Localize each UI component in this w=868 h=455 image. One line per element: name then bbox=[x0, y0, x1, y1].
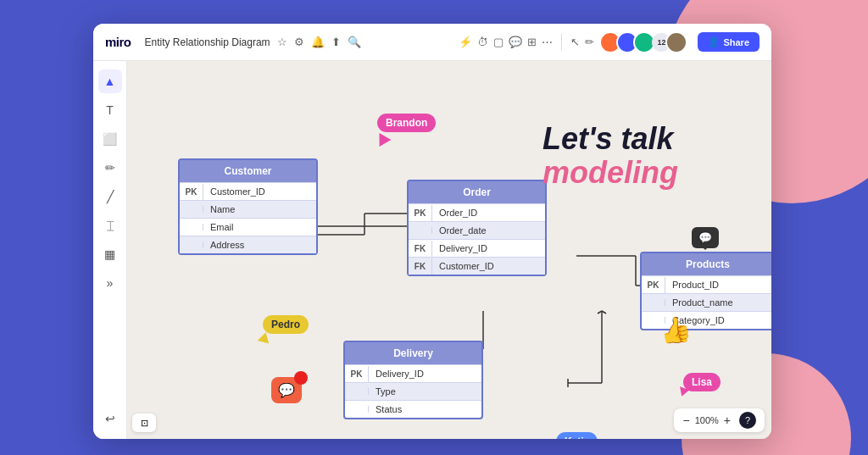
share-icon: 👤 bbox=[708, 36, 720, 47]
customer-table-header: Customer bbox=[180, 160, 316, 182]
user-avatar bbox=[665, 31, 687, 53]
delivery-field-1: Delivery_ID bbox=[369, 365, 431, 382]
canvas: Customer PK Customer_ID Name Email Addre… bbox=[127, 61, 771, 439]
minimap-button[interactable]: ⊡ bbox=[132, 413, 156, 432]
upload-icon[interactable]: ⬆ bbox=[331, 36, 341, 48]
customer-row-2: Name bbox=[180, 200, 316, 218]
delivery-table: Delivery PK Delivery_ID Type Status bbox=[343, 341, 483, 419]
undo-tool[interactable]: ↩ bbox=[98, 407, 122, 430]
bell-icon[interactable]: 🔔 bbox=[311, 36, 325, 48]
diagram-title: Entity Relationship Diagram bbox=[145, 36, 270, 48]
pen-tool[interactable]: ✏ bbox=[98, 156, 122, 180]
heading-line2: modeling bbox=[542, 156, 678, 190]
toolbar: miro Entity Relationship Diagram ☆ ⚙ 🔔 ⬆… bbox=[93, 24, 771, 61]
chat-bubble: 💬 bbox=[271, 377, 302, 403]
toolbar-right: ⚡ ⏱ ▢ 💬 ⊞ ⋯ ↖ ✏ 12 👤 Share bbox=[459, 31, 760, 53]
apps-icon[interactable]: ⊞ bbox=[527, 36, 537, 48]
pedro-label: Pedro bbox=[263, 315, 309, 334]
pedro-arrow bbox=[258, 330, 272, 343]
delivery-field-2: Type bbox=[369, 383, 403, 400]
products-comment-bubble: 💬 bbox=[692, 227, 719, 248]
avatar-group: 12 bbox=[599, 31, 687, 53]
brandon-label: Brandon bbox=[377, 114, 436, 132]
products-pk-1: PK bbox=[642, 277, 665, 293]
customer-pk-1: PK bbox=[180, 184, 203, 200]
katja-label: Katja bbox=[556, 432, 598, 439]
lightning-icon[interactable]: ⚡ bbox=[459, 36, 472, 48]
frame-tool[interactable]: ⌶ bbox=[98, 214, 122, 237]
select-tool[interactable]: ▲ bbox=[98, 69, 122, 93]
zoom-bar: − 100% + ? bbox=[674, 408, 765, 432]
help-button[interactable]: ? bbox=[739, 412, 756, 429]
notification-badge bbox=[294, 371, 308, 385]
customer-pk-2 bbox=[180, 206, 203, 213]
customer-table: Customer PK Customer_ID Name Email Addre… bbox=[178, 158, 318, 255]
order-field-4: Customer_ID bbox=[432, 258, 501, 275]
customer-row-4: Address bbox=[180, 236, 316, 253]
delivery-field-3: Status bbox=[369, 401, 409, 418]
products-row-1: PK Product_ID bbox=[642, 275, 771, 293]
delivery-row-3: Status bbox=[345, 400, 481, 418]
delivery-row-2: Type bbox=[345, 382, 481, 400]
frame-icon[interactable]: ▢ bbox=[493, 36, 504, 48]
timer-icon[interactable]: ⏱ bbox=[477, 36, 488, 48]
delivery-pk-2 bbox=[345, 388, 369, 395]
delivery-pk-1: PK bbox=[345, 366, 369, 382]
share-label: Share bbox=[723, 37, 749, 47]
share-button[interactable]: 👤 Share bbox=[698, 32, 760, 52]
star-icon[interactable]: ☆ bbox=[277, 36, 287, 48]
products-table-header: Products bbox=[642, 253, 771, 275]
order-fk-1: FK bbox=[409, 241, 432, 257]
heading-line1: Let's talk bbox=[542, 122, 678, 156]
pen-tool-icon[interactable]: ✏ bbox=[585, 36, 594, 48]
line-tool[interactable]: ╱ bbox=[98, 185, 122, 208]
table-tool[interactable]: ▦ bbox=[98, 242, 122, 266]
order-row-4: FK Customer_ID bbox=[409, 257, 545, 275]
left-sidebar: ▲ T ⬜ ✏ ╱ ⌶ ▦ » ↩ bbox=[93, 61, 127, 439]
svg-line-17 bbox=[598, 311, 602, 314]
miro-logo: miro bbox=[105, 35, 131, 49]
order-fk-2: FK bbox=[409, 258, 432, 275]
shape-tool[interactable]: ⬜ bbox=[98, 127, 122, 151]
products-row-2: Product_name bbox=[642, 293, 771, 311]
more-tools[interactable]: » bbox=[98, 271, 122, 295]
products-pk-2 bbox=[642, 299, 665, 306]
order-row-1: PK Order_ID bbox=[409, 203, 545, 221]
order-field-3: Delivery_ID bbox=[432, 240, 494, 257]
order-table-header: Order bbox=[409, 181, 545, 203]
customer-pk-3 bbox=[180, 224, 203, 230]
thumbs-up-sticker: 👍 bbox=[657, 313, 693, 347]
order-field-2: Order_date bbox=[432, 222, 493, 239]
order-field-1: Order_ID bbox=[432, 204, 484, 221]
zoom-minus-btn[interactable]: − bbox=[682, 413, 689, 427]
settings-icon[interactable]: ⚙ bbox=[294, 36, 304, 48]
delivery-table-header: Delivery bbox=[345, 342, 481, 364]
delivery-row-1: PK Delivery_ID bbox=[345, 364, 481, 382]
lisa-label: Lisa bbox=[683, 373, 721, 391]
chat-bubble-container: 💬 bbox=[271, 377, 302, 403]
customer-pk-4 bbox=[180, 241, 203, 248]
cursor-tool-icon[interactable]: ↖ bbox=[570, 36, 580, 48]
comment-icon[interactable]: 💬 bbox=[509, 36, 522, 48]
zoom-level: 100% bbox=[695, 415, 719, 425]
products-field-1: Product_ID bbox=[665, 276, 726, 293]
order-pk-1: PK bbox=[409, 205, 432, 221]
delivery-pk-3 bbox=[345, 406, 369, 413]
text-tool[interactable]: T bbox=[98, 98, 122, 122]
products-field-2: Product_name bbox=[665, 294, 740, 311]
divider bbox=[561, 34, 562, 51]
customer-field-4: Address bbox=[203, 236, 251, 253]
zoom-plus-btn[interactable]: + bbox=[724, 413, 731, 427]
main-window: miro Entity Relationship Diagram ☆ ⚙ 🔔 ⬆… bbox=[93, 24, 771, 439]
customer-field-1: Customer_ID bbox=[203, 183, 272, 200]
order-row-3: FK Delivery_ID bbox=[409, 239, 545, 257]
bubble-tail bbox=[702, 247, 709, 253]
search-icon[interactable]: 🔍 bbox=[348, 36, 361, 48]
more-icon[interactable]: ⋯ bbox=[542, 36, 553, 48]
svg-line-18 bbox=[602, 311, 606, 314]
customer-row-1: PK Customer_ID bbox=[180, 182, 316, 200]
order-pk-2 bbox=[409, 227, 432, 234]
order-row-2: Order_date bbox=[409, 221, 545, 239]
customer-row-3: Email bbox=[180, 218, 316, 236]
customer-field-2: Name bbox=[203, 201, 242, 218]
